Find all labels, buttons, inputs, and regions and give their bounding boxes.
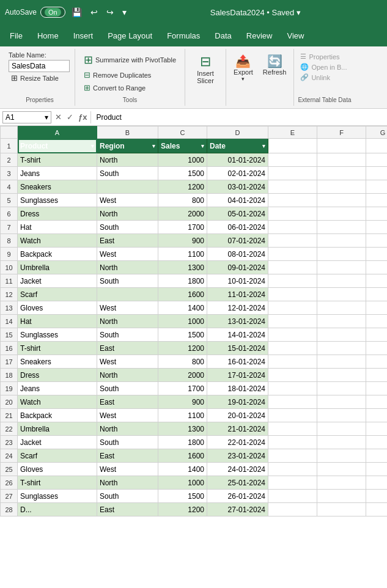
cell-date[interactable]: 11-01-2024 (207, 288, 268, 301)
menu-insert[interactable]: Insert (66, 28, 101, 44)
cell-sales[interactable]: 1100 (158, 248, 207, 261)
insert-function-icon[interactable]: ƒx (77, 111, 88, 123)
resize-table-button[interactable]: ⊞ Resize Table (9, 72, 71, 84)
cell-sales[interactable]: 2000 (158, 369, 207, 382)
cell-region[interactable]: North (97, 207, 158, 221)
cell-region[interactable]: North (97, 315, 158, 328)
col-header-d[interactable]: D (207, 127, 268, 139)
cell-region[interactable]: West (97, 194, 158, 207)
cell-region[interactable]: North (97, 369, 158, 382)
convert-to-range-button[interactable]: ⊞ Convert to Range (80, 81, 180, 94)
cell-sales[interactable]: 1500 (158, 167, 207, 180)
menu-file[interactable]: File (2, 28, 30, 44)
cell-date[interactable]: 25-01-2024 (207, 476, 268, 490)
cell-sales[interactable]: 1700 (158, 382, 207, 395)
name-box[interactable]: A1 ▾ (2, 111, 51, 123)
cell-date[interactable]: 24-01-2024 (207, 463, 268, 476)
cell-region[interactable]: West (97, 248, 158, 261)
cell-sales[interactable]: 800 (158, 194, 207, 207)
cell-product[interactable]: T-shirt (18, 153, 97, 167)
cell-product[interactable]: Umbrella (18, 422, 97, 436)
refresh-button[interactable]: 🔄 Refresh (259, 51, 290, 84)
cell-sales[interactable]: 800 (158, 355, 207, 369)
cell-date[interactable]: 18-01-2024 (207, 382, 268, 395)
product-dropdown-arrow[interactable]: ▾ (91, 143, 94, 149)
save-icon[interactable]: 💾 (69, 6, 84, 18)
confirm-formula-icon[interactable]: ✓ (65, 111, 75, 123)
cell-product[interactable]: Sneakers (18, 180, 97, 194)
autosave-toggle[interactable]: On (40, 7, 65, 18)
cell-region[interactable]: South (97, 274, 158, 288)
remove-duplicates-button[interactable]: ⊟ Remove Duplicates (80, 68, 180, 81)
cell-product[interactable]: Gloves (18, 463, 97, 476)
menu-home[interactable]: Home (30, 28, 66, 44)
cell-region[interactable]: East (97, 449, 158, 463)
cell-sales[interactable]: 1700 (158, 221, 207, 234)
cell-product[interactable]: Watch (18, 395, 97, 409)
col-header-e[interactable]: E (268, 127, 317, 139)
cell-sales[interactable]: 1600 (158, 288, 207, 301)
cell-region[interactable]: North (97, 476, 158, 490)
cell-sales[interactable]: 1200 (158, 503, 207, 516)
cell-date[interactable]: 08-01-2024 (207, 248, 268, 261)
cell-product[interactable]: Umbrella (18, 261, 97, 274)
cell-region[interactable]: South (97, 490, 158, 503)
cell-product[interactable]: Sunglasses (18, 328, 97, 342)
col-header-g[interactable]: G (366, 127, 388, 139)
cell-date[interactable]: 19-01-2024 (207, 395, 268, 409)
menu-formulas[interactable]: Formulas (160, 28, 207, 44)
cell-sales[interactable]: 1000 (158, 315, 207, 328)
cell-date[interactable]: 02-01-2024 (207, 167, 268, 180)
cell-date[interactable]: 14-01-2024 (207, 328, 268, 342)
cell-sales[interactable]: 1400 (158, 301, 207, 315)
cell-date[interactable]: 21-01-2024 (207, 422, 268, 436)
cell-region[interactable]: West (97, 463, 158, 476)
cell-date[interactable]: 12-01-2024 (207, 301, 268, 315)
cell-region[interactable]: South (97, 382, 158, 395)
col-header-f[interactable]: F (317, 127, 366, 139)
cell-sales[interactable]: 1400 (158, 463, 207, 476)
cell-sales[interactable]: 1500 (158, 328, 207, 342)
cell-product[interactable]: Sunglasses (18, 194, 97, 207)
cell-product[interactable]: T-shirt (18, 342, 97, 355)
date-dropdown-arrow[interactable]: ▾ (262, 143, 265, 149)
export-button[interactable]: 📤 Export ▾ (230, 51, 257, 84)
menu-data[interactable]: Data (207, 28, 238, 44)
cell-date[interactable]: 23-01-2024 (207, 449, 268, 463)
cell-date[interactable]: 10-01-2024 (207, 274, 268, 288)
cell-sales[interactable]: 1000 (158, 476, 207, 490)
sales-dropdown-arrow[interactable]: ▾ (201, 143, 204, 149)
cell-product[interactable]: Watch (18, 234, 97, 248)
cell-sales[interactable]: 900 (158, 234, 207, 248)
col-header-b[interactable]: B (97, 127, 158, 139)
cell-product[interactable]: Sneakers (18, 355, 97, 369)
cell-sales[interactable]: 1800 (158, 274, 207, 288)
header-sales[interactable]: Sales ▾ (158, 139, 207, 153)
cell-product[interactable]: Scarf (18, 449, 97, 463)
cell-region[interactable]: South (97, 221, 158, 234)
cell-date[interactable]: 16-01-2024 (207, 355, 268, 369)
header-region[interactable]: Region ▾ (97, 139, 158, 153)
formula-input[interactable] (94, 112, 385, 123)
cell-sales[interactable]: 1800 (158, 436, 207, 449)
cell-region[interactable] (97, 180, 158, 194)
cell-product[interactable]: Jeans (18, 382, 97, 395)
cell-date[interactable]: 20-01-2024 (207, 409, 268, 422)
cell-date[interactable]: 17-01-2024 (207, 369, 268, 382)
cell-product[interactable]: Backpack (18, 409, 97, 422)
cell-date[interactable]: 06-01-2024 (207, 221, 268, 234)
header-product[interactable]: Product ▾ (18, 139, 97, 153)
summarize-pivot-button[interactable]: ⊞ Summarize with PivotTable (80, 51, 180, 68)
cell-region[interactable] (97, 288, 158, 301)
cell-region[interactable]: South (97, 436, 158, 449)
cell-region[interactable]: West (97, 301, 158, 315)
cell-region[interactable]: North (97, 261, 158, 274)
cell-product[interactable]: Jacket (18, 274, 97, 288)
cell-sales[interactable]: 1300 (158, 422, 207, 436)
cell-product[interactable]: Dress (18, 369, 97, 382)
region-dropdown-arrow[interactable]: ▾ (152, 143, 155, 149)
cell-region[interactable]: West (97, 409, 158, 422)
cell-sales[interactable]: 1200 (158, 342, 207, 355)
cell-date[interactable]: 13-01-2024 (207, 315, 268, 328)
header-date[interactable]: Date ▾ (207, 139, 268, 153)
